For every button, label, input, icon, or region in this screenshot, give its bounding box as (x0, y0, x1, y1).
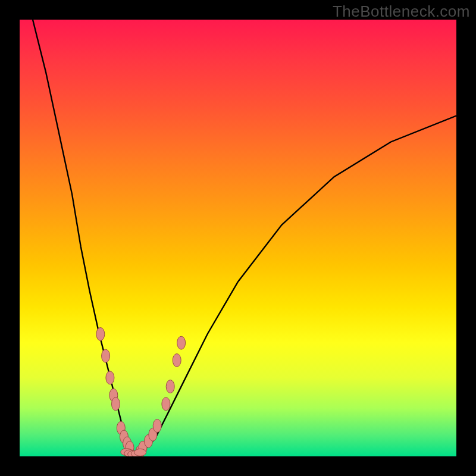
data-marker (112, 397, 120, 411)
data-marker (153, 419, 161, 433)
data-marker (134, 449, 146, 456)
data-marker (173, 354, 181, 367)
data-marker (102, 349, 110, 362)
data-marker (166, 380, 174, 393)
data-marker (96, 328, 105, 341)
markers-right (136, 336, 186, 456)
watermark-text: TheBottleneck.com (333, 2, 470, 21)
data-marker (177, 336, 186, 349)
plot-area (20, 20, 456, 456)
curve-svg (20, 20, 456, 456)
data-marker (162, 397, 170, 411)
data-marker (106, 371, 114, 384)
chart-frame: TheBottleneck.com (0, 0, 476, 476)
bottleneck-curve (33, 20, 456, 454)
